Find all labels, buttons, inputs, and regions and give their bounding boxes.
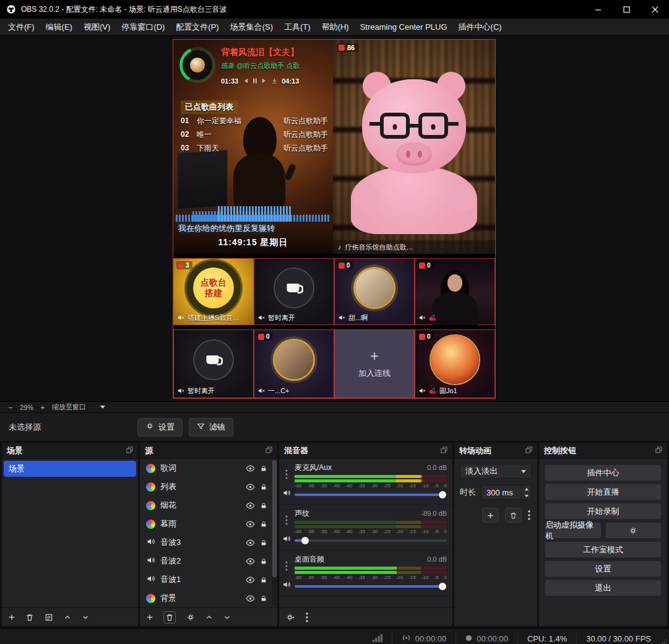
spin-up-button[interactable] [522, 485, 531, 492]
guest-tile[interactable]: 0 [415, 258, 495, 325]
guest-tile[interactable]: 0 圆Jo1 [415, 329, 495, 398]
speaker-icon[interactable] [282, 534, 291, 546]
close-button[interactable] [641, 0, 669, 19]
guest-tile[interactable]: 暂时离开 [173, 329, 254, 398]
source-row[interactable]: 歌词 [140, 459, 277, 477]
lock-icon[interactable] [260, 557, 267, 565]
popout-icon[interactable] [441, 446, 447, 455]
maximize-button[interactable] [612, 0, 641, 19]
menu-docks[interactable]: 停靠窗口(D) [116, 19, 170, 35]
duration-spinbox[interactable]: 300 ms [481, 485, 532, 500]
volume-slider[interactable] [295, 581, 447, 591]
popout-icon[interactable] [525, 446, 532, 455]
guest-tile[interactable]: 0 一...C+ [254, 329, 334, 398]
settings-button[interactable]: 设置 [545, 560, 662, 577]
spin-down-button[interactable] [522, 492, 531, 499]
strip-menu-icon[interactable] [285, 515, 288, 528]
popout-icon[interactable] [265, 446, 272, 455]
scene-item-selected[interactable]: 场景 [4, 461, 136, 477]
lock-icon[interactable] [260, 520, 267, 528]
menu-file[interactable]: 文件(F) [2, 19, 40, 35]
visibility-eye-icon[interactable] [246, 594, 255, 603]
visibility-eye-icon[interactable] [246, 557, 255, 566]
source-properties-gear-icon[interactable] [186, 613, 195, 622]
visibility-eye-icon[interactable] [246, 501, 255, 510]
plugin-center-button[interactable]: 插件中心 [545, 464, 662, 481]
source-row[interactable]: 烟花 [140, 496, 277, 515]
menu-tools[interactable]: 工具(T) [278, 19, 316, 35]
lock-icon[interactable] [260, 576, 267, 584]
visibility-eye-icon[interactable] [246, 482, 255, 492]
fit-to-window-label[interactable]: 缩放至窗口 [52, 402, 86, 412]
remove-transition-button[interactable] [505, 508, 522, 523]
lock-icon[interactable] [260, 464, 267, 472]
move-scene-down-button[interactable] [82, 614, 89, 621]
lock-icon[interactable] [260, 594, 267, 603]
filters-button[interactable]: 滤镜 [189, 418, 233, 437]
volume-slider[interactable] [295, 536, 447, 546]
speaker-icon[interactable] [282, 580, 291, 591]
speaker-icon[interactable] [282, 489, 291, 500]
join-slot-tile[interactable]: + 加入连线 [334, 329, 415, 398]
source-row[interactable]: 列表 [140, 477, 277, 496]
song-player-feed[interactable]: 背着风流泪【文夫】 感谢 @听云点歌助手 点歌 01:33 04:13 [173, 40, 333, 254]
studio-mode-button[interactable]: 工作室模式 [545, 541, 662, 558]
start-streaming-button[interactable]: 开始直播 [545, 484, 662, 500]
zoom-dropdown-icon[interactable] [100, 406, 105, 409]
guest-tile[interactable]: 暂时离开 [254, 258, 334, 325]
move-source-down-button[interactable] [223, 614, 231, 621]
source-row[interactable]: 背景 [140, 589, 277, 607]
menu-streaming-center[interactable]: Streaming Center PLUG [355, 19, 453, 35]
record-icon [465, 634, 472, 643]
viewer-count-badge: 86 [337, 43, 358, 52]
add-scene-button[interactable]: + [9, 612, 15, 622]
resize-grip[interactable] [662, 636, 667, 644]
zoom-in-button[interactable]: + [39, 404, 46, 411]
menu-help[interactable]: 帮助(H) [316, 19, 355, 35]
menu-profile[interactable]: 配置文件(P) [170, 19, 224, 35]
lock-icon[interactable] [260, 539, 267, 547]
scrollbar[interactable] [272, 460, 277, 606]
add-transition-button[interactable]: + [482, 508, 499, 523]
zoom-out-button[interactable]: − [7, 404, 14, 411]
mixer-menu-dots-icon[interactable] [306, 612, 308, 622]
start-recording-button[interactable]: 开始录制 [545, 503, 662, 520]
start-virtual-camera-button[interactable]: 启动虚拟摄像机 [545, 522, 602, 539]
visibility-eye-icon[interactable] [246, 538, 255, 547]
menu-edit[interactable]: 编辑(E) [40, 19, 78, 35]
properties-button[interactable]: 设置 [137, 418, 183, 437]
source-row[interactable]: 音波3 [140, 533, 277, 552]
popout-icon[interactable] [126, 446, 133, 455]
lock-icon[interactable] [260, 502, 267, 510]
move-source-up-button[interactable] [205, 614, 213, 621]
visibility-eye-icon[interactable] [246, 520, 255, 529]
guest-tile[interactable]: 3 点歌台 搭建 搭建主播S歌直… [173, 258, 254, 325]
guest-tile[interactable]: 0 甜...啊 [334, 258, 415, 325]
lock-icon[interactable] [260, 483, 267, 491]
source-row[interactable]: 音波2 [140, 552, 277, 570]
source-row[interactable]: 暮雨 [140, 515, 277, 533]
popout-icon[interactable] [655, 446, 662, 455]
host-camera-feed[interactable]: 86 ♪ 疗伤音乐馆自助点歌… [333, 40, 495, 254]
visibility-eye-icon[interactable] [246, 464, 255, 473]
menu-scene-collection[interactable]: 场景集合(S) [225, 19, 278, 35]
scene-filters-icon[interactable] [45, 613, 53, 622]
transition-select[interactable]: 淡入淡出 [460, 464, 532, 479]
transition-menu-dots-icon[interactable] [528, 510, 530, 520]
remove-scene-button[interactable] [25, 613, 34, 622]
menu-view[interactable]: 视图(V) [78, 19, 116, 35]
strip-menu-icon[interactable] [285, 469, 288, 482]
add-source-button[interactable]: + [147, 612, 153, 622]
visibility-eye-icon[interactable] [246, 575, 255, 585]
strip-menu-icon[interactable] [285, 561, 288, 573]
program-canvas[interactable]: 背着风流泪【文夫】 感谢 @听云点歌助手 点歌 01:33 04:13 [173, 40, 495, 398]
remove-source-button[interactable] [163, 611, 176, 624]
volume-slider[interactable] [295, 490, 447, 500]
virtual-camera-settings-button[interactable] [605, 522, 662, 539]
menu-plugin-center[interactable]: 插件中心(C) [453, 19, 507, 35]
advanced-audio-gear-icon[interactable] [286, 613, 295, 622]
move-scene-up-button[interactable] [64, 614, 71, 621]
source-row[interactable]: 音波1 [140, 570, 277, 589]
minimize-button[interactable] [584, 0, 612, 19]
exit-button[interactable]: 退出 [545, 580, 662, 596]
